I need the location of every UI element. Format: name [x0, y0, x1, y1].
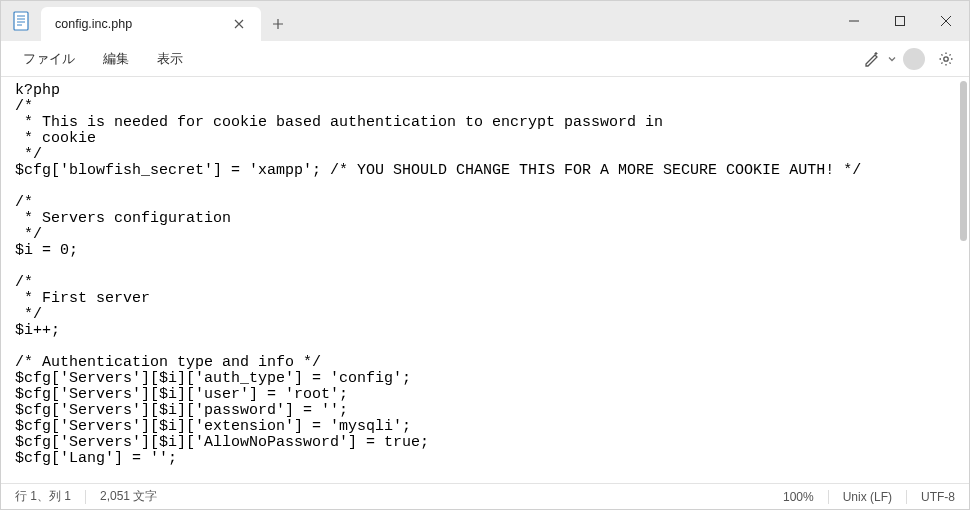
vertical-scrollbar[interactable]: [960, 81, 967, 241]
close-tab-icon[interactable]: [227, 12, 251, 36]
status-position[interactable]: 行 1、列 1: [1, 484, 85, 509]
window-controls: [831, 1, 969, 41]
menu-file[interactable]: ファイル: [9, 44, 89, 74]
svg-rect-5: [896, 17, 905, 26]
menubar: ファイル 編集 表示: [1, 41, 969, 77]
tab-title: config.inc.php: [55, 17, 227, 31]
status-eol[interactable]: Unix (LF): [829, 484, 906, 509]
svg-point-6: [944, 56, 948, 60]
gear-icon: [937, 50, 955, 68]
new-tab-button[interactable]: [261, 7, 295, 41]
avatar[interactable]: [903, 48, 925, 70]
window: config.inc.php ファイル 編集 表示: [0, 0, 970, 510]
status-encoding[interactable]: UTF-8: [907, 484, 969, 509]
titlebar: config.inc.php: [1, 1, 969, 41]
ai-edit-icon: [857, 44, 887, 74]
editor-content: k?php /* * This is needed for cookie bas…: [15, 83, 969, 467]
menu-view[interactable]: 表示: [143, 44, 197, 74]
minimize-button[interactable]: [831, 1, 877, 41]
maximize-button[interactable]: [877, 1, 923, 41]
editor-area: k?php /* * This is needed for cookie bas…: [1, 77, 969, 483]
svg-rect-0: [14, 12, 28, 30]
menu-edit[interactable]: 編集: [89, 44, 143, 74]
app-icon: [1, 1, 41, 41]
chevron-down-icon: [887, 54, 897, 64]
close-button[interactable]: [923, 1, 969, 41]
statusbar: 行 1、列 1 2,051 文字 100% Unix (LF) UTF-8: [1, 483, 969, 509]
tab-active[interactable]: config.inc.php: [41, 7, 261, 41]
status-char-count[interactable]: 2,051 文字: [86, 484, 171, 509]
ai-tool-dropdown[interactable]: [857, 44, 897, 74]
text-editor[interactable]: k?php /* * This is needed for cookie bas…: [1, 77, 969, 483]
status-zoom[interactable]: 100%: [769, 484, 828, 509]
settings-button[interactable]: [931, 44, 961, 74]
